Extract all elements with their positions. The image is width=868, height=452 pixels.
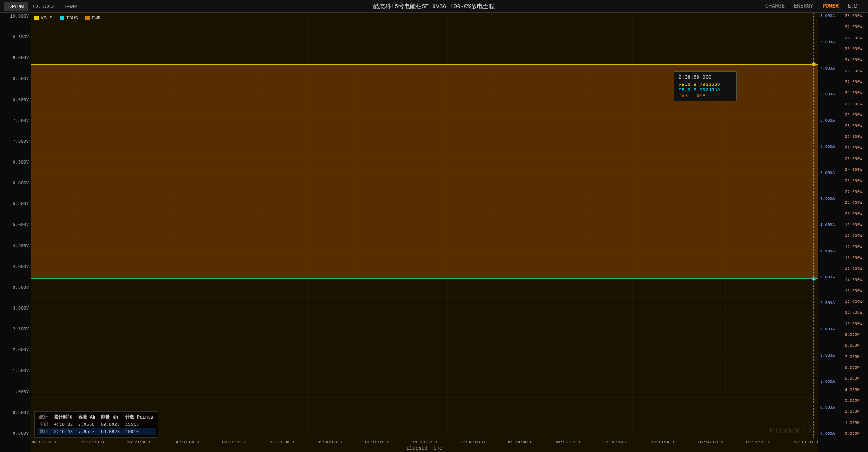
y-label-voltage: 7.500V — [13, 119, 29, 123]
y-label-power: 32.000W — [845, 80, 862, 85]
y-label-power: 33.000W — [845, 70, 862, 74]
y-label-current: 3.000A — [820, 276, 835, 280]
legend-ibus: IBUS — [60, 15, 78, 21]
data-tooltip: 2:38:59.000 VBUS 8.783262V IBUS 3.002451… — [674, 71, 737, 101]
y-label-power: 7.000W — [845, 355, 859, 359]
y-label-power: 12.000W — [845, 300, 862, 304]
y-label-power: 22.000W — [845, 190, 862, 194]
y-label-current: 0.000A — [820, 432, 835, 436]
y-label-voltage: 5.000V — [13, 223, 29, 227]
y-label-voltage: 2.000V — [13, 348, 29, 353]
tooltip-pwr: PWR N/A — [679, 93, 732, 98]
tab-dp-dm[interactable]: DP/DM — [4, 2, 28, 11]
y-label-current: 2.500A — [820, 301, 835, 306]
y-label-current: 6.000A — [820, 119, 835, 123]
y-label-power: 26.000W — [845, 146, 862, 151]
vbus-color-dot — [34, 16, 39, 20]
y-label-voltage: 8.500V — [13, 77, 29, 81]
tab-power[interactable]: POWER — [819, 1, 842, 11]
y-label-voltage: 9.500V — [13, 35, 29, 40]
y-label-voltage: 2.500V — [13, 327, 29, 332]
y-label-voltage: 7.000V — [13, 140, 29, 144]
x-label: 00:40:00.0 — [222, 440, 246, 445]
x-label: 00:50:00.0 — [270, 440, 294, 445]
y-label-power: 18.000W — [845, 234, 862, 238]
legend-pwr: PWR — [85, 15, 101, 21]
y-label-power: 17.000W — [845, 245, 862, 250]
y-label-voltage: 5.500V — [13, 202, 29, 207]
y-label-power: 16.000W — [845, 256, 862, 260]
y-label-power: 0.000W — [845, 432, 859, 436]
stats-header-row: 统计 累计时间 容量 Ah 能量 Wh 计数 Points — [37, 414, 156, 421]
tab-ed[interactable]: E.D. — [844, 1, 864, 11]
y-label-current: 0.500A — [820, 406, 835, 410]
x-label: 01:40:00.0 — [508, 440, 533, 445]
x-axis-labels: 00:00:00.000:10:00.000:20:00.000:30:00.0… — [31, 440, 818, 445]
y-label-current: 7.000A — [820, 67, 835, 71]
x-label: 01:30:00.0 — [460, 440, 485, 445]
y-label-power: 34.000W — [845, 58, 862, 62]
y-label-voltage: 8.000V — [13, 98, 29, 103]
tab-cc1-cc2[interactable]: CC1/CC2 — [28, 2, 59, 11]
y-label-power: 8.000W — [845, 344, 859, 348]
y-axis-power: 38.000W37.000W36.000W35.000W34.000W33.00… — [843, 13, 868, 452]
tab-temp[interactable]: TEMP — [59, 2, 82, 11]
y-label-power: 4.000W — [845, 388, 859, 392]
y-label-voltage: 6.500V — [13, 160, 29, 165]
x-label: 02:20:00.0 — [698, 440, 723, 445]
ibus-color-dot — [60, 16, 64, 20]
x-label: 02:10:00.0 — [651, 440, 675, 445]
y-label-power: 21.000W — [845, 201, 862, 205]
y-label-power: 27.000W — [845, 135, 862, 139]
y-label-power: 25.000W — [845, 157, 862, 161]
y-label-power: 15.000W — [845, 267, 862, 271]
stats-window-row: 窗口 2:46:48 7.9567 69.8923 10010 — [37, 428, 156, 435]
y-label-power: 20.000W — [845, 212, 862, 217]
legend-ibus-label: IBUS — [66, 15, 78, 21]
y-label-voltage: 0.000V — [13, 432, 29, 436]
chart-legend: VBUS IBUS PWR — [34, 15, 101, 21]
y-label-current: 6.500A — [820, 93, 835, 97]
x-label: 01:00:00.0 — [317, 440, 342, 445]
tab-energy[interactable]: ENERGY — [790, 1, 817, 11]
y-axis-voltage: 10.000V9.500V9.000V8.500V8.000V7.500V7.0… — [0, 13, 31, 452]
watermark: POWER-Z — [769, 426, 814, 436]
tab-charge[interactable]: CHARGE — [762, 1, 788, 11]
y-label-power: 19.000W — [845, 223, 862, 227]
tooltip-time: 2:38:59.000 — [679, 75, 732, 80]
y-label-current: 8.000A — [820, 14, 835, 19]
chart-area[interactable]: VBUS IBUS PWR — [31, 13, 818, 452]
y-label-power: 14.000W — [845, 278, 862, 282]
y-label-power: 35.000W — [845, 47, 862, 52]
pwr-color-dot — [85, 16, 90, 20]
y-label-current: 5.500A — [820, 145, 835, 149]
y-label-power: 29.000W — [845, 113, 862, 118]
x-label: 01:20:00.0 — [413, 440, 437, 445]
chart-title: 酷态科15号电能柱SE 9V3A 100-0%放电全程 — [373, 2, 495, 10]
y-label-current: 1.500A — [820, 354, 835, 358]
y-label-voltage: 3.000V — [13, 306, 29, 311]
y-label-voltage: 0.500V — [13, 411, 29, 415]
y-label-power: 13.000W — [845, 289, 862, 293]
y-label-current: 3.500A — [820, 250, 835, 254]
y-label-power: 36.000W — [845, 37, 862, 41]
y-label-power: 24.000W — [845, 168, 862, 172]
right-tab-group: CHARGE ENERGY POWER E.D. — [762, 1, 864, 11]
y-label-power: 31.000W — [845, 91, 862, 95]
x-label: 00:10:00.0 — [79, 440, 104, 445]
y-label-power: 30.000W — [845, 103, 862, 107]
x-label: 02:30:00.0 — [746, 440, 770, 445]
y-label-current: 5.000A — [820, 171, 835, 175]
y-label-current: 4.000A — [820, 223, 835, 227]
y-label-voltage: 6.000V — [13, 181, 29, 186]
y-label-current: 1.000A — [820, 380, 835, 384]
y-label-power: 9.000W — [845, 333, 859, 337]
y-label-voltage: 10.000V — [10, 14, 29, 19]
y-label-power: 11.000W — [845, 311, 862, 315]
x-label: 00:20:00.0 — [127, 440, 151, 445]
y-label-voltage: 1.000V — [13, 390, 29, 395]
y-label-power: 28.000W — [845, 124, 862, 128]
y-label-current: 7.500A — [820, 41, 835, 45]
y-label-voltage: 3.500V — [13, 286, 29, 290]
stats-box: 统计 累计时间 容量 Ah 能量 Wh 计数 Points 全部 4:18:32… — [34, 411, 158, 438]
